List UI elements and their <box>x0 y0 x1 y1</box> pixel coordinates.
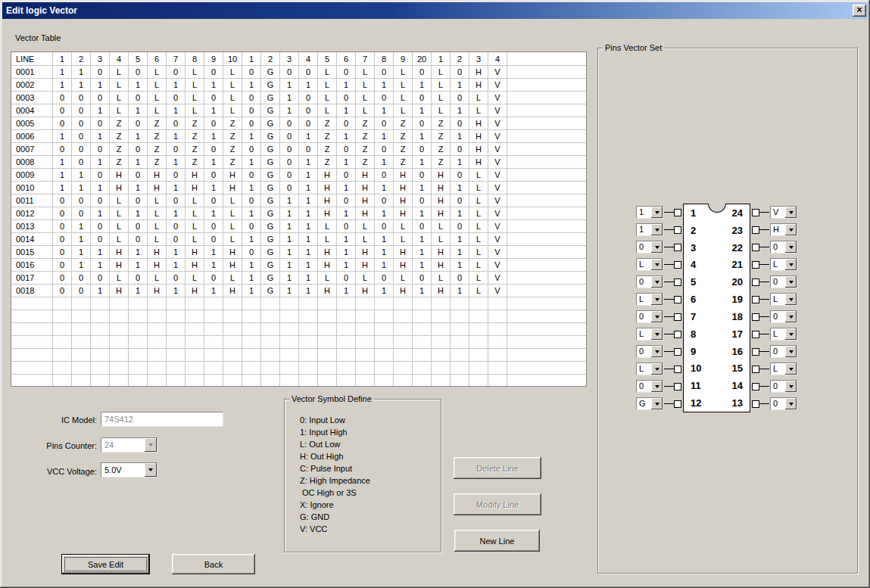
vector-cell[interactable]: 1 <box>299 156 318 169</box>
vector-cell[interactable]: 1 <box>204 156 223 169</box>
vector-cell[interactable]: H <box>186 259 204 272</box>
vector-cell[interactable]: 0 <box>375 143 394 156</box>
close-button[interactable]: × <box>853 5 866 17</box>
vector-cell[interactable]: L <box>356 233 375 246</box>
vector-cell[interactable]: 0 <box>280 169 299 182</box>
vector-cell[interactable]: 1 <box>280 104 299 117</box>
chevron-down-icon[interactable] <box>785 398 797 409</box>
vector-cell[interactable]: L <box>186 194 204 207</box>
chevron-down-icon[interactable] <box>651 259 663 270</box>
vector-cell[interactable]: 0 <box>242 92 261 104</box>
vector-cell[interactable]: H <box>356 182 375 194</box>
vector-cell[interactable]: 0 <box>72 130 91 143</box>
vector-cell[interactable]: 0 <box>167 169 186 182</box>
vector-cell[interactable]: 1 <box>299 194 318 207</box>
vector-cell[interactable]: 1 <box>299 285 318 297</box>
vector-cell[interactable]: L <box>110 104 129 117</box>
vector-cell[interactable]: 1 <box>337 182 356 194</box>
vector-cell[interactable]: L <box>148 194 167 207</box>
vector-cell[interactable]: 0 <box>242 220 261 233</box>
vector-cell[interactable]: 1 <box>299 79 318 92</box>
vector-cell[interactable]: 0 <box>242 66 261 79</box>
vector-cell[interactable]: L <box>110 79 129 92</box>
vector-cell[interactable]: 0 <box>242 117 261 130</box>
vector-cell[interactable]: H <box>148 246 167 259</box>
vector-table-body[interactable]: 0001110L0L0L0L0G00L0L0L0L0HV0002111L1L1L… <box>11 66 586 387</box>
vector-cell[interactable]: 0 <box>451 143 469 156</box>
vector-cell[interactable]: 0 <box>167 92 186 104</box>
vector-cell[interactable]: 1 <box>375 259 394 272</box>
table-row[interactable]: 0013010L0L0L0L0G11L0L0L0L0LV <box>11 220 586 233</box>
vector-cell[interactable]: Z <box>110 143 129 156</box>
vector-cell[interactable]: 1 <box>72 66 91 79</box>
vector-cell[interactable]: H <box>318 169 337 182</box>
table-row[interactable]: 0008101Z1Z1Z1Z1G01Z1Z1Z1Z1HV <box>11 156 586 169</box>
vector-cell[interactable]: G <box>261 233 280 246</box>
vector-cell[interactable]: 1 <box>53 66 72 79</box>
vector-cell[interactable]: H <box>148 169 167 182</box>
vector-cell[interactable]: H <box>186 182 204 194</box>
vector-cell[interactable]: H <box>469 66 488 79</box>
vector-cell[interactable]: V <box>488 272 507 285</box>
vector-cell[interactable]: L <box>432 220 451 233</box>
vector-cell[interactable]: V <box>488 182 507 194</box>
vector-cell[interactable]: V <box>488 220 507 233</box>
vector-cell[interactable]: 0 <box>53 220 72 233</box>
vector-cell[interactable]: H <box>469 130 488 143</box>
vector-cell[interactable]: 0 <box>375 117 394 130</box>
vector-cell[interactable]: H <box>356 169 375 182</box>
vector-cell[interactable]: 0 <box>413 220 432 233</box>
title-bar[interactable]: Edit logic Vector × <box>2 2 868 19</box>
vector-cell[interactable]: 1 <box>413 246 432 259</box>
vector-cell[interactable]: 1 <box>204 104 223 117</box>
ic-model-input[interactable] <box>101 412 223 427</box>
vector-cell[interactable]: 1 <box>242 130 261 143</box>
pin-combobox-left[interactable]: 0 <box>636 380 663 393</box>
vector-cell[interactable]: H <box>394 194 413 207</box>
vector-cell[interactable]: H <box>356 194 375 207</box>
vector-cell[interactable]: 0 <box>451 220 469 233</box>
table-row[interactable]: 0001110L0L0L0L0G00L0L0L0L0HV <box>11 66 586 79</box>
vector-cell[interactable]: 0 <box>91 233 110 246</box>
chevron-down-icon[interactable] <box>785 294 797 305</box>
vector-cell[interactable]: 0 <box>337 92 356 104</box>
vector-cell[interactable]: L <box>223 220 242 233</box>
vector-cell[interactable]: 0 <box>91 66 110 79</box>
vector-cell[interactable]: G <box>261 220 280 233</box>
vector-cell[interactable]: 0 <box>413 194 432 207</box>
vector-cell[interactable]: L <box>469 182 488 194</box>
vector-cell[interactable]: L <box>110 66 129 79</box>
pin-combobox-right[interactable]: L <box>770 258 797 271</box>
vector-cell[interactable]: H <box>432 207 451 220</box>
vector-cell[interactable]: V <box>488 104 507 117</box>
vector-cell[interactable]: L <box>148 92 167 104</box>
vector-cell[interactable]: 0 <box>167 66 186 79</box>
chevron-down-icon[interactable] <box>651 381 663 392</box>
vector-cell[interactable]: V <box>488 207 507 220</box>
vector-cell[interactable]: 0 <box>53 246 72 259</box>
empty-table-row[interactable] <box>11 336 586 349</box>
vector-cell[interactable]: Z <box>223 130 242 143</box>
vector-cell[interactable]: H <box>318 259 337 272</box>
vector-cell[interactable]: H <box>318 285 337 297</box>
vector-cell[interactable]: 0 <box>167 117 186 130</box>
vector-cell[interactable]: 0 <box>204 233 223 246</box>
pin-combobox-right[interactable]: 0 <box>770 275 797 288</box>
vector-cell[interactable]: 0 <box>375 169 394 182</box>
vector-cell[interactable]: G <box>261 182 280 194</box>
vector-cell[interactable]: 1 <box>72 169 91 182</box>
vector-cell[interactable]: Z <box>148 143 167 156</box>
vector-cell[interactable]: H <box>469 117 488 130</box>
vector-cell[interactable]: 1 <box>299 130 318 143</box>
vector-cell[interactable]: 1 <box>451 233 469 246</box>
vector-cell[interactable]: 1 <box>451 259 469 272</box>
vector-cell[interactable]: 0 <box>53 194 72 207</box>
table-row[interactable]: 0004001L1L1L1L0G10L1L1L1L1LV <box>11 104 586 117</box>
vector-cell[interactable]: 0 <box>91 92 110 104</box>
vector-cell[interactable]: H <box>394 182 413 194</box>
vector-cell[interactable]: Z <box>394 156 413 169</box>
vector-cell[interactable]: V <box>488 130 507 143</box>
vector-cell[interactable]: H <box>356 246 375 259</box>
vector-cell[interactable]: H <box>110 182 129 194</box>
vector-cell[interactable]: 0 <box>242 104 261 117</box>
